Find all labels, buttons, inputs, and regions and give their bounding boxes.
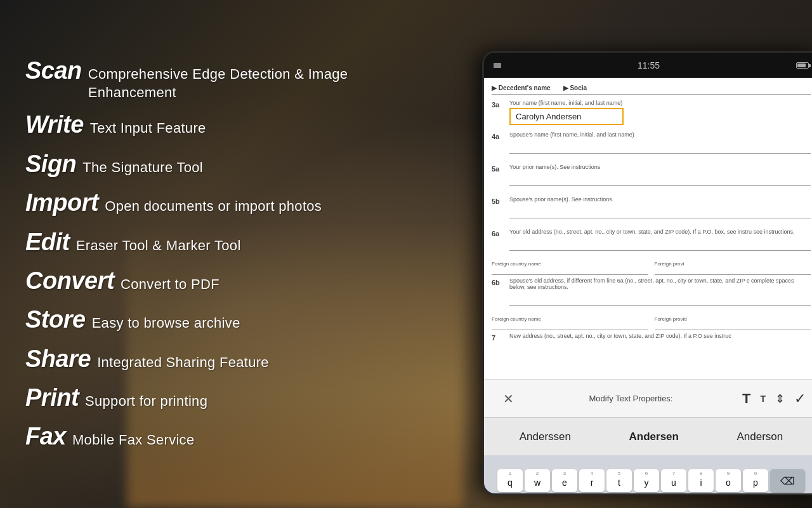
feature-description-convert: Convert to PDF: [121, 276, 219, 294]
row-num-6b: 6b: [492, 277, 504, 286]
row-input-4a[interactable]: [509, 140, 811, 154]
key-p[interactable]: 0p: [743, 469, 768, 492]
feature-description-write: Text Input Feature: [90, 119, 206, 138]
foreign-country-label: Foreign country name: [492, 261, 648, 267]
row-content-7: New address (no., street, apt. no., city…: [509, 333, 811, 341]
key-i[interactable]: 8i: [688, 469, 714, 492]
tablet-panel: 11:55 ▶ Decedent's name ▶ Socia 3a Your …: [450, 0, 812, 508]
foreign-province-label: Foreign provi: [655, 261, 811, 267]
feature-item-convert: ConvertConvert to PDF: [25, 263, 438, 299]
line-spacing-button[interactable]: ⇕: [775, 392, 785, 406]
tablet-status-icons: [494, 63, 501, 68]
foreign-country-box: Foreign country name: [492, 261, 648, 275]
key-a[interactable]: a: [530, 495, 555, 495]
feature-keyword-print: Print: [25, 382, 79, 413]
key-r[interactable]: 4r: [579, 469, 605, 492]
feature-item-store: StoreEasy to browse archive: [25, 302, 438, 338]
row-input-5a[interactable]: [509, 172, 811, 186]
feature-item-print: PrintSupport for printing: [25, 380, 438, 416]
doc-row-7: 7 New address (no., street, apt. no., ci…: [492, 333, 811, 342]
row-label-3a: Your name (first name, initial, and last…: [509, 100, 811, 106]
doc-row-5b: 5b Spouse's prior name(s). See instructi…: [492, 196, 811, 222]
name-input-field[interactable]: Carolyn Andersen: [509, 108, 624, 125]
key-y[interactable]: 6y: [634, 469, 659, 492]
doc-row-6a: 6a Your old address (no., street, apt. n…: [492, 229, 811, 255]
feature-keyword-fax: Fax: [25, 421, 66, 452]
row-num-5a: 5a: [492, 164, 504, 173]
key-f[interactable]: f: [612, 495, 637, 495]
feature-item-edit: EditEraser Tool & Marker Tool: [25, 224, 438, 260]
row-num-5b: 5b: [492, 196, 504, 205]
key-w[interactable]: 2w: [525, 469, 550, 492]
feature-description-share: Integrated Sharing Feature: [97, 354, 269, 372]
row-num-4a: 4a: [492, 131, 504, 140]
row-content-5a: Your prior name(s). See instructions: [509, 164, 811, 190]
row-label-5a: Your prior name(s). See instructions: [509, 164, 811, 170]
modify-text-label: Modify Text Properties:: [589, 394, 673, 403]
key-j[interactable]: j: [693, 495, 719, 495]
close-button[interactable]: ✕: [497, 387, 520, 410]
doc-row-6b: 6b Spouse's old address, if different fr…: [492, 277, 811, 310]
foreign-province-box-2: Foreign provid: [655, 316, 811, 330]
key-delete[interactable]: ⌫: [770, 469, 805, 492]
feature-description-fax: Mobile Fax Service: [72, 431, 194, 450]
virtual-keyboard: 1q 2w 3e 4r 5t 6y 7u 8i 9o 0p ⌫ a s d f …: [484, 455, 812, 495]
row-num-7: 7: [492, 333, 504, 342]
feature-item-fax: FaxMobile Fax Service: [25, 418, 438, 455]
toolbar-right-controls: T T ⇕ ✓: [742, 391, 806, 407]
row-content-6a: Your old address (no., street, apt. no.,…: [509, 229, 811, 255]
foreign-country-row-2: Foreign country name Foreign provid: [492, 316, 811, 330]
feature-item-sign: SignThe Signature Tool: [25, 146, 438, 182]
key-d[interactable]: d: [584, 495, 610, 495]
tablet-clock: 11:55: [638, 60, 660, 70]
row-num-3a: 3a: [492, 100, 504, 109]
document-area: ▶ Decedent's name ▶ Socia 3a Your name (…: [484, 78, 812, 379]
key-h[interactable]: h: [666, 495, 691, 495]
feature-keyword-scan: Scan: [25, 55, 82, 86]
key-k[interactable]: k: [721, 495, 746, 495]
text-small-button[interactable]: T: [760, 394, 766, 404]
feature-description-edit: Eraser Tool & Marker Tool: [76, 237, 241, 255]
feature-item-write: WriteText Input Feature: [25, 107, 438, 143]
key-l[interactable]: l: [748, 495, 773, 495]
key-e[interactable]: 3e: [552, 469, 577, 492]
feature-item-share: ShareIntegrated Sharing Feature: [25, 341, 438, 377]
doc-row-4a: 4a Spouse's name (first name, initial, a…: [492, 131, 811, 157]
row-label-5b: Spouse's prior name(s). See instructions…: [509, 196, 811, 203]
row-label-6b: Spouse's old address, if different from …: [509, 277, 811, 290]
feature-description-import: Open documents or import photos: [105, 197, 322, 216]
feature-keyword-sign: Sign: [25, 149, 76, 180]
autocomplete-anderssen[interactable]: Anderssen: [507, 425, 584, 448]
feature-keyword-convert: Convert: [25, 265, 114, 297]
key-g[interactable]: g: [639, 495, 664, 495]
confirm-button[interactable]: ✓: [794, 391, 806, 407]
feature-item-scan: ScanComprehensive Edge Detection & Image…: [25, 53, 438, 104]
key-o[interactable]: 9o: [716, 469, 741, 492]
doc-row-5a: 5a Your prior name(s). See instructions: [492, 164, 811, 190]
text-properties-toolbar: ✕ Modify Text Properties: T T ⇕ ✓: [484, 379, 812, 417]
feature-keyword-edit: Edit: [25, 227, 70, 258]
text-large-button[interactable]: T: [742, 391, 750, 407]
row-input-6a[interactable]: [509, 237, 811, 251]
section-header-name: ▶ Decedent's name: [492, 84, 551, 91]
battery-icon: [796, 62, 809, 69]
key-t[interactable]: 5t: [606, 469, 632, 492]
autocomplete-andersen[interactable]: Andersen: [617, 425, 691, 448]
row-input-5b[interactable]: [509, 204, 811, 218]
row-num-6a: 6a: [492, 229, 504, 237]
features-panel: ScanComprehensive Edge Detection & Image…: [0, 0, 463, 508]
doc-row-3a: 3a Your name (first name, initial, and l…: [492, 100, 811, 125]
feature-keyword-import: Import: [25, 187, 98, 218]
row-content-6b: Spouse's old address, if different from …: [509, 277, 811, 310]
keyboard-row-2: a s d f g h j k l: [488, 495, 812, 495]
key-q[interactable]: 1q: [497, 469, 523, 492]
key-u[interactable]: 7u: [661, 469, 686, 492]
row-content-5b: Spouse's prior name(s). See instructions…: [509, 196, 811, 222]
key-s[interactable]: s: [557, 495, 582, 495]
feature-keyword-share: Share: [25, 344, 91, 375]
foreign-country-box-2: Foreign country name: [492, 316, 648, 330]
signal-icon: [494, 63, 501, 68]
autocomplete-anderson[interactable]: Anderson: [724, 425, 796, 448]
row-label-4a: Spouse's name (first name, initial, and …: [509, 131, 811, 138]
row-input-6b[interactable]: [509, 292, 811, 306]
